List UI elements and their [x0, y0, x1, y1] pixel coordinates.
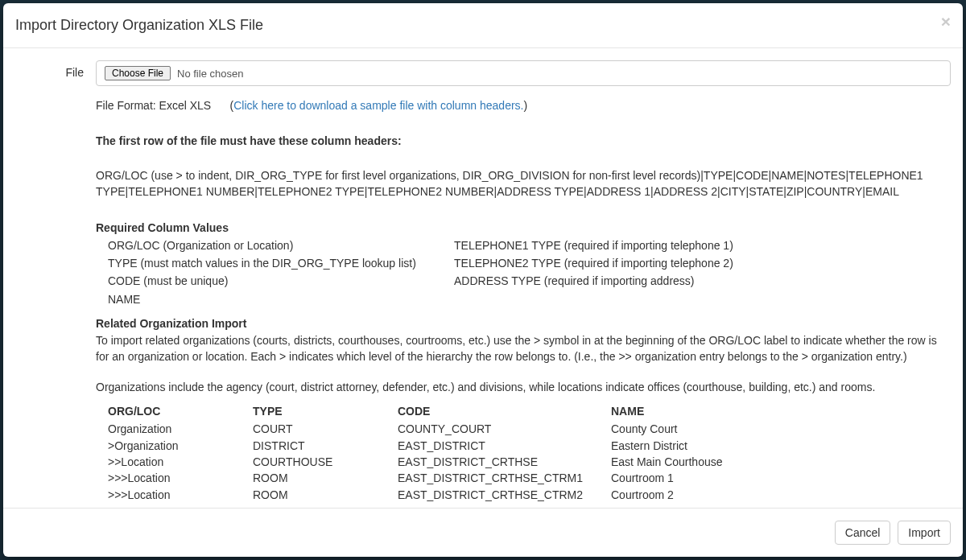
paren-close: ) [523, 99, 527, 112]
req-right-1: TELEPHONE2 TYPE (required if importing t… [454, 255, 951, 271]
table-row: East Main Courthouse [611, 454, 951, 470]
req-right-2: ADDRESS TYPE (required if importing addr… [454, 273, 951, 289]
file-status-text: No file chosen [177, 68, 243, 80]
modal-title: Import Directory Organization XLS File [15, 15, 951, 35]
sample-download-link[interactable]: Click here to download a sample file wit… [233, 99, 523, 112]
table-row: County Court [611, 421, 951, 437]
table-row: Organization [108, 421, 241, 437]
ex-col-code: CODE COUNTY_COURT EAST_DISTRICT EAST_DIS… [386, 403, 599, 503]
ex-col-orgloc: ORG/LOC Organization >Organization >>Loc… [96, 403, 241, 503]
ex-header-name: NAME [611, 403, 951, 419]
modal-footer: Cancel Import [3, 508, 963, 557]
req-left-3: NAME [108, 291, 454, 307]
example-table: ORG/LOC Organization >Organization >>Loc… [96, 403, 951, 503]
table-row: >Organization [108, 438, 241, 454]
table-row: EAST_DISTRICT_CRTHSE [398, 454, 599, 470]
ex-header-code: CODE [398, 403, 599, 419]
table-row: >>>Location [108, 470, 241, 486]
close-button[interactable]: × [941, 13, 951, 30]
file-format-text: File Format: Excel XLS [96, 99, 211, 112]
import-modal: Import Directory Organization XLS File ×… [3, 3, 963, 557]
file-input[interactable]: Choose File No file chosen [96, 60, 951, 86]
table-row: EAST_DISTRICT_CRTHSE_CTRM1 [398, 470, 599, 486]
table-row: EAST_DISTRICT_CRTHSE_CTRM2 [398, 487, 599, 503]
file-row: File Choose File No file chosen [15, 60, 951, 86]
related-para-2: Organizations include the agency (court,… [96, 380, 951, 396]
file-format-line: File Format: Excel XLS (Click here to do… [96, 98, 951, 114]
related-para-1: To import related organizations (courts,… [96, 333, 951, 364]
ex-header-type: TYPE [253, 403, 386, 419]
table-row: EAST_DISTRICT [398, 438, 599, 454]
cancel-button[interactable]: Cancel [835, 521, 891, 545]
modal-header: Import Directory Organization XLS File × [3, 3, 963, 48]
table-row: ROOM [253, 470, 386, 486]
required-right-col: TELEPHONE1 TYPE (required if importing t… [454, 237, 951, 309]
req-left-2: CODE (must be unique) [108, 273, 454, 289]
required-values-heading: Required Column Values [96, 220, 951, 236]
table-row: >>Location [108, 454, 241, 470]
table-row: Courtroom 2 [611, 487, 951, 503]
file-label: File [15, 60, 96, 86]
related-import-heading: Related Organization Import [96, 315, 951, 331]
ex-header-orgloc: ORG/LOC [108, 403, 241, 419]
table-row: Courtroom 1 [611, 470, 951, 486]
req-right-0: TELEPHONE1 TYPE (required if importing t… [454, 237, 951, 253]
table-row: >>>Location [108, 487, 241, 503]
req-left-0: ORG/LOC (Organization or Location) [108, 237, 454, 253]
file-control: Choose File No file chosen [96, 60, 951, 86]
req-left-1: TYPE (must match values in the DIR_ORG_T… [108, 255, 454, 271]
table-row: COURTHOUSE [253, 454, 386, 470]
instructions-block: File Format: Excel XLS (Click here to do… [96, 98, 951, 503]
column-headers-spec: ORG/LOC (use > to indent, DIR_ORG_TYPE f… [96, 168, 951, 200]
ex-col-type: TYPE COURT DISTRICT COURTHOUSE ROOM ROOM [241, 403, 386, 503]
choose-file-button[interactable]: Choose File [105, 66, 171, 80]
table-row: COURT [253, 421, 386, 437]
required-columns: ORG/LOC (Organization or Location) TYPE … [96, 237, 951, 309]
table-row: Eastern District [611, 438, 951, 454]
ex-col-name: NAME County Court Eastern District East … [599, 403, 951, 503]
table-row: COUNTY_COURT [398, 421, 599, 437]
header-requirement-heading: The first row of the file must have thes… [96, 134, 951, 150]
modal-body: File Choose File No file chosen File For… [3, 48, 963, 508]
required-left-col: ORG/LOC (Organization or Location) TYPE … [96, 237, 454, 309]
table-row: ROOM [253, 487, 386, 503]
table-row: DISTRICT [253, 438, 386, 454]
import-button[interactable]: Import [898, 521, 951, 545]
